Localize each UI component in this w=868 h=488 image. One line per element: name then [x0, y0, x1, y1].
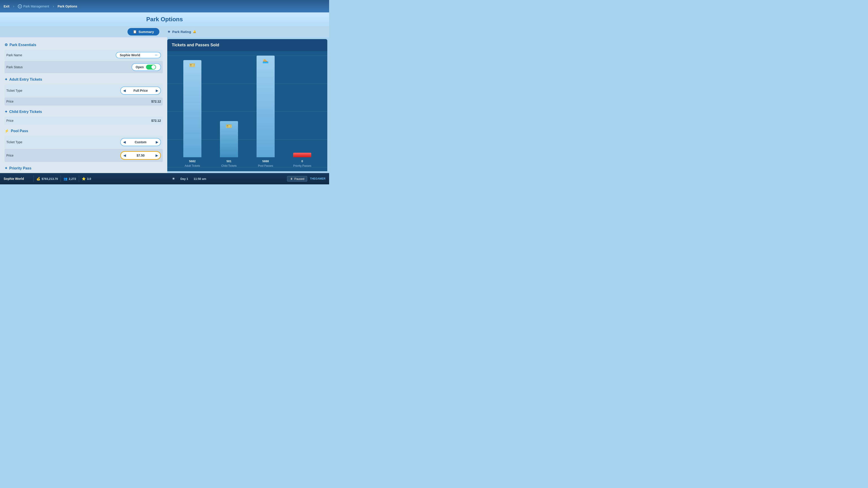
breadcrumb-sep2: › — [53, 4, 54, 8]
child-price-label: Price — [6, 119, 13, 123]
left-panel: ⚙ Park Essentials Park Name Sophie World… — [0, 37, 167, 173]
tab-summary[interactable]: 📋 Summary — [127, 28, 159, 35]
pool-price-next[interactable]: ▶ — [153, 152, 160, 159]
main-content: ⚙ Park Essentials Park Name Sophie World… — [0, 37, 329, 173]
adult-ticket-type-prev[interactable]: ◀ — [121, 87, 128, 94]
park-essentials-icon: ⚙ — [4, 43, 8, 47]
adult-ticket-type-control[interactable]: ◀ Full Price ▶ — [120, 87, 161, 95]
bar-child-visual: 🎫 — [220, 121, 238, 157]
page-title-area: Park Options — [0, 12, 329, 26]
bar-adult-icon: 🎫 — [189, 62, 195, 68]
tab-park-rating-label: Park Rating — [172, 30, 191, 34]
rating-icon: ⭐ — [82, 177, 86, 181]
section-adult-entry: ✦ Adult Entry Tickets — [4, 75, 163, 84]
park-name-value: Sophie World — [120, 53, 140, 57]
park-rating-tab-icon: ★ — [167, 30, 170, 33]
park-mgmt-label: Park Management — [23, 4, 49, 8]
park-status-row: Park Status Open — [4, 61, 163, 73]
status-guests: 👥 2,272 — [64, 177, 76, 181]
status-rating-value: 3.0 — [87, 177, 91, 181]
priority-pass-title: Priority Pass — [9, 166, 31, 170]
grid-line-1 — [167, 56, 327, 56]
bar-pool-icon: 🏊 — [262, 58, 269, 64]
park-name-label: Park Name — [6, 53, 22, 57]
status-day: Day 1 — [180, 177, 188, 181]
bar-child: 🎫 501 Child Tickets — [220, 121, 238, 167]
chart-title: Tickets and Passes Sold — [167, 39, 327, 51]
status-money: 💰 $783,213.70 — [36, 177, 58, 181]
pool-ticket-type-label: Ticket Type — [6, 140, 22, 144]
adult-price-row: Price $72.12 — [4, 97, 163, 105]
pool-ticket-type-control[interactable]: ◀ Custom ▶ — [120, 138, 161, 146]
pool-price-label: Price — [6, 154, 13, 157]
pool-pass-icon: ⚡ — [4, 129, 9, 133]
status-div-3 — [79, 175, 79, 182]
adult-ticket-type-label: Ticket Type — [6, 89, 22, 92]
status-right: ⏸ Paused THEGAMER — [287, 176, 326, 182]
bar-pool: 🏊 5888 Pool Passes — [256, 56, 275, 167]
chart-panel: Tickets and Passes Sold 🎫 5682 Adult Tic… — [167, 39, 327, 171]
bar-pool-visual: 🏊 — [256, 56, 275, 157]
summary-tab-icon: 📋 — [133, 30, 137, 33]
guests-icon: 👥 — [64, 177, 67, 181]
pool-pass-title: Pool Pass — [11, 129, 28, 133]
park-status-field[interactable]: Open — [131, 63, 161, 71]
park-status-value: Open — [135, 65, 144, 69]
park-name-field[interactable]: Sophie World ✏ — [116, 52, 161, 58]
weather-icon: ☀ — [172, 177, 175, 181]
park-name-row: Park Name Sophie World ✏ — [4, 50, 163, 61]
bar-child-icon: 🎫 — [226, 123, 232, 129]
park-status-toggle[interactable] — [146, 65, 156, 70]
status-div-1 — [33, 175, 34, 182]
bar-priority-count: 0 — [301, 160, 303, 163]
pool-price-control[interactable]: ◀ $7.50 ▶ — [120, 151, 161, 160]
bar-adult-count: 5682 — [189, 160, 196, 163]
pool-ticket-type-next[interactable]: ▶ — [153, 138, 160, 146]
pool-ticket-type-prev[interactable]: ◀ — [121, 138, 128, 146]
status-center: ☀ Day 1 11:50 am — [91, 177, 287, 181]
child-entry-title: Child Entry Tickets — [9, 110, 42, 114]
status-day-value: Day 1 — [180, 177, 188, 181]
bar-priority-visual — [293, 153, 311, 157]
park-name-edit-icon[interactable]: ✏ — [155, 53, 158, 57]
page-title: Park Options — [146, 16, 183, 23]
pool-ticket-type-value: Custom — [128, 140, 153, 144]
park-mgmt-icon: ⊙ — [18, 4, 22, 8]
adult-entry-icon: ✦ — [4, 77, 7, 82]
park-management-nav[interactable]: ⊙ Park Management — [18, 4, 49, 8]
paused-label: Paused — [294, 177, 304, 181]
status-guests-value: 2,272 — [69, 177, 76, 181]
park-essentials-title: Park Essentials — [9, 43, 36, 47]
status-weather: ☀ — [172, 177, 175, 181]
status-rating: ⭐ 3.0 — [82, 177, 91, 181]
status-time-value: 11:50 am — [194, 177, 206, 181]
child-price-row: Price $72.12 — [4, 117, 163, 125]
money-icon: 💰 — [36, 177, 40, 181]
status-bar: Sophie World 💰 $783,213.70 👥 2,272 ⭐ 3.0… — [0, 173, 329, 184]
child-entry-icon: ✦ — [4, 109, 7, 114]
exit-button[interactable]: Exit — [4, 4, 9, 8]
pool-price-prev[interactable]: ◀ — [121, 152, 128, 159]
bar-priority-label: Priority Passes — [293, 164, 311, 167]
breadcrumb-sep1: › — [13, 4, 14, 8]
adult-ticket-type-next[interactable]: ▶ — [153, 87, 160, 94]
top-bar: Exit › ⊙ Park Management › Park Options — [0, 0, 329, 12]
adult-ticket-type-value: Full Price — [128, 89, 153, 92]
adult-price-label: Price — [6, 100, 13, 103]
paused-button[interactable]: ⏸ Paused — [287, 176, 307, 182]
pool-price-row: Price ◀ $7.50 ▶ — [4, 149, 163, 162]
pool-price-value: $7.50 — [128, 154, 153, 157]
bar-child-label: Child Tickets — [221, 164, 237, 167]
section-priority-pass: ✦ Priority Pass — [4, 164, 163, 172]
park-status-label: Park Status — [6, 65, 23, 69]
tab-park-rating[interactable]: ★ Park Rating 🔔 — [162, 28, 202, 35]
bar-pool-label: Pool Passes — [258, 164, 273, 167]
bar-adult-visual: 🎫 — [183, 60, 202, 157]
status-money-value: $783,213.70 — [41, 177, 58, 181]
adult-ticket-type-row: Ticket Type ◀ Full Price ▶ — [4, 84, 163, 97]
bar-priority: 0 Priority Passes — [293, 153, 311, 167]
status-time: 11:50 am — [194, 177, 206, 181]
section-pool-pass: ⚡ Pool Pass — [4, 127, 163, 135]
status-park-name: Sophie World — [4, 177, 31, 181]
current-page-breadcrumb: Park Options — [58, 4, 77, 8]
